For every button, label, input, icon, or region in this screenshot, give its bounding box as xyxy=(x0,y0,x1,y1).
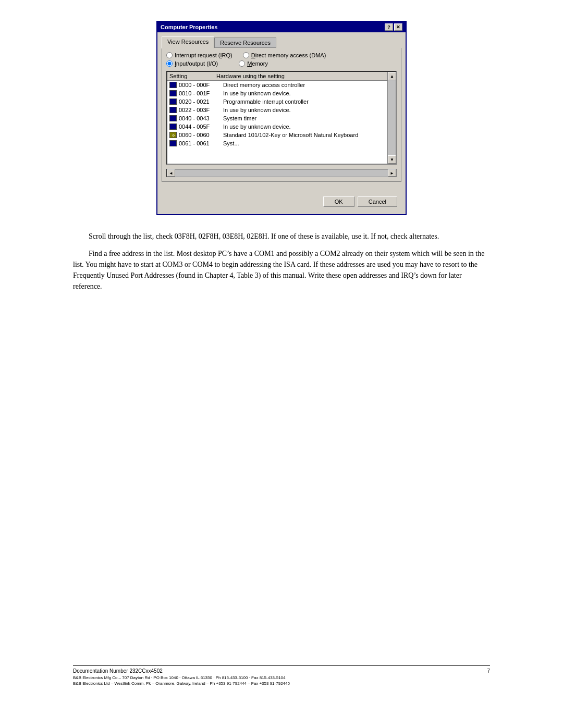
row-icon xyxy=(168,106,178,114)
row-icon xyxy=(168,90,178,97)
special-icon: ⚙ xyxy=(169,132,177,138)
blue-square-icon xyxy=(169,90,177,96)
help-button[interactable]: ? xyxy=(385,23,393,31)
col-header-setting: Setting xyxy=(169,73,216,79)
horizontal-scrollbar: ◄ ► xyxy=(166,169,397,177)
row-icon xyxy=(168,115,178,122)
radio-input-dma[interactable] xyxy=(243,52,249,58)
scroll-track-h xyxy=(175,169,388,177)
resource-list-container: Setting Hardware using the setting 0000 … xyxy=(166,71,397,165)
list-header: Setting Hardware using the setting xyxy=(167,72,387,81)
scroll-up-arrow[interactable]: ▲ xyxy=(388,72,396,80)
computer-properties-dialog: Computer Properties ? ✕ View Resources R… xyxy=(156,21,407,215)
radio-input-memory[interactable] xyxy=(239,60,245,67)
close-button[interactable]: ✕ xyxy=(394,23,402,31)
paragraph-1: Scroll through the list, check 03F8H, 02… xyxy=(73,231,490,242)
scroll-right-arrow[interactable]: ► xyxy=(388,169,396,177)
blue-square-icon xyxy=(169,140,177,146)
radio-memory[interactable]: Memory xyxy=(239,60,268,67)
radio-irq[interactable]: Interrupt request (IRQ) xyxy=(166,52,232,58)
row-hardware: In use by unknown device. xyxy=(223,124,386,130)
row-setting: 0000 - 000F xyxy=(179,82,223,88)
list-rows: 0000 - 000F Direct memory access control… xyxy=(167,81,387,147)
tab-strip: View Resources Reserve Resources xyxy=(162,36,401,48)
row-icon xyxy=(168,98,178,105)
list-item[interactable]: 0020 - 0021 Programmable interrupt contr… xyxy=(167,97,387,106)
tab-reserve-resources[interactable]: Reserve Resources xyxy=(214,38,276,48)
dialog-title: Computer Properties xyxy=(161,24,217,30)
dialog-titlebar: Computer Properties ? ✕ xyxy=(157,22,406,32)
row-setting: 0060 - 0060 xyxy=(179,132,223,138)
row-setting: 0020 - 0021 xyxy=(179,98,223,105)
list-item[interactable]: 0044 - 005F In use by unknown device. xyxy=(167,122,387,131)
row-icon xyxy=(168,123,178,130)
row-setting: 0022 - 003F xyxy=(179,107,223,113)
blue-square-icon xyxy=(169,98,177,105)
row-hardware: System timer xyxy=(223,115,386,121)
blue-square-icon xyxy=(169,107,177,113)
list-item[interactable]: 0000 - 000F Direct memory access control… xyxy=(167,81,387,89)
row-icon: ⚙ xyxy=(168,131,178,139)
scroll-track-v xyxy=(388,80,396,155)
row-icon xyxy=(168,81,178,89)
tab-content: Interrupt request (IRQ) Direct memory ac… xyxy=(162,48,401,181)
doc-number: Documentation Number 232CCxx4502 xyxy=(73,668,163,674)
tab-view-resources[interactable]: View Resources xyxy=(162,36,214,48)
radio-group: Interrupt request (IRQ) Direct memory ac… xyxy=(166,52,397,67)
radio-dma[interactable]: Direct memory access (DMA) xyxy=(243,52,326,58)
row-hardware: Syst... xyxy=(223,140,386,146)
footer-line2: B&B Electronics Mfg Co – 707 Dayton Rd ·… xyxy=(73,675,490,681)
radio-row-1: Interrupt request (IRQ) Direct memory ac… xyxy=(166,52,397,58)
row-setting: 0010 - 001F xyxy=(179,90,223,96)
row-hardware: In use by unknown device. xyxy=(223,90,386,96)
row-setting: 0044 - 005F xyxy=(179,124,223,130)
titlebar-buttons: ? ✕ xyxy=(385,23,402,31)
radio-io[interactable]: Input/output (I/O) xyxy=(166,60,218,67)
dialog-buttons: OK Cancel xyxy=(162,192,401,210)
row-icon xyxy=(168,140,178,147)
blue-square-icon xyxy=(169,82,177,88)
row-hardware: Programmable interrupt controller xyxy=(223,98,386,105)
cancel-button[interactable]: Cancel xyxy=(358,196,397,207)
footer-line3: B&B Electronics Ltd – Westlink Comm. Pk … xyxy=(73,681,490,686)
radio-input-irq[interactable] xyxy=(166,52,173,58)
dialog-wrapper: Computer Properties ? ✕ View Resources R… xyxy=(73,21,490,215)
list-item[interactable]: 0022 - 003F In use by unknown device. xyxy=(167,106,387,114)
list-item[interactable]: ⚙ 0060 - 0060 Standard 101/102-Key or Mi… xyxy=(167,131,387,139)
row-hardware: Direct memory access controller xyxy=(223,82,386,88)
scroll-left-arrow[interactable]: ◄ xyxy=(167,169,175,177)
spacer xyxy=(162,182,401,192)
ok-button[interactable]: OK xyxy=(323,196,354,207)
radio-input-io[interactable] xyxy=(166,60,173,67)
scroll-down-arrow[interactable]: ▼ xyxy=(388,155,396,164)
dialog-body: View Resources Reserve Resources xyxy=(157,32,406,214)
list-item[interactable]: 0040 - 0043 System timer xyxy=(167,114,387,122)
row-setting: 0061 - 0061 xyxy=(179,140,223,146)
body-text: Scroll through the list, check 03F8H, 02… xyxy=(73,231,490,292)
row-hardware: Standard 101/102-Key or Microsoft Natura… xyxy=(223,132,386,138)
blue-square-icon xyxy=(169,124,177,130)
tab-content-area: Interrupt request (IRQ) Direct memory ac… xyxy=(162,48,401,182)
col-header-hardware: Hardware using the setting xyxy=(216,73,385,79)
paragraph-2: Find a free address in the list. Most de… xyxy=(73,248,490,292)
row-setting: 0040 - 0043 xyxy=(179,115,223,121)
list-item[interactable]: 0010 - 001F In use by unknown device. xyxy=(167,89,387,97)
row-hardware: In use by unknown device. xyxy=(223,107,386,113)
page-number: 7 xyxy=(487,668,490,674)
list-item[interactable]: 0061 - 0061 Syst... xyxy=(167,139,387,147)
radio-row-2: Input/output (I/O) Memory xyxy=(166,60,397,67)
blue-square-icon xyxy=(169,115,177,121)
footer: Documentation Number 232CCxx4502 7 B&B E… xyxy=(73,665,490,686)
footer-line1: Documentation Number 232CCxx4502 7 xyxy=(73,668,490,674)
